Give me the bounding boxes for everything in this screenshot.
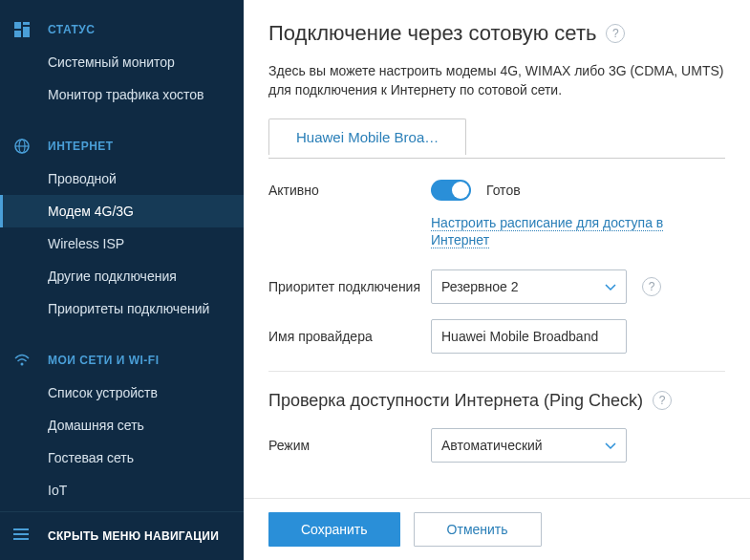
provider-label: Имя провайдера [268, 329, 431, 344]
sidebar-scroll: СТАТУС Системный монитор Монитор трафика… [0, 0, 244, 511]
sidebar-item-iot[interactable]: IoT [0, 474, 244, 506]
section-title: СТАТУС [48, 23, 95, 36]
help-icon[interactable]: ? [606, 24, 625, 43]
hide-nav-button[interactable]: СКРЫТЬ МЕНЮ НАВИГАЦИИ [0, 511, 244, 560]
sidebar-item-wireless-isp[interactable]: Wireless ISP [0, 227, 244, 260]
page-description: Здесь вы можете настроить модемы 4G, WIM… [268, 61, 725, 100]
sidebar-item-device-list[interactable]: Список устройств [0, 377, 244, 409]
sidebar-item-guest-network[interactable]: Гостевая сеть [0, 442, 244, 474]
svg-rect-0 [14, 22, 21, 29]
section-header-wifi: МОИ СЕТИ И WI-FI [0, 342, 244, 377]
section-title: ИНТЕРНЕТ [48, 140, 114, 153]
page-title-row: Подключение через сотовую сеть ? [268, 21, 725, 46]
sidebar-item-system-monitor[interactable]: Системный монитор [0, 46, 244, 78]
wifi-icon [13, 352, 31, 369]
mode-row: Режим Автоматический [268, 428, 725, 463]
provider-value: Huawei Mobile Broadband [441, 329, 598, 344]
mode-label: Режим [268, 438, 431, 453]
active-label: Активно [268, 183, 431, 198]
section-title: МОИ СЕТИ И WI-FI [48, 354, 160, 367]
sidebar: СТАТУС Системный монитор Монитор трафика… [0, 0, 244, 560]
svg-point-7 [21, 363, 24, 366]
help-icon[interactable]: ? [642, 277, 661, 296]
footer-buttons: Сохранить Отменить [244, 498, 750, 560]
help-icon[interactable]: ? [653, 391, 672, 410]
svg-rect-3 [14, 31, 21, 37]
menu-icon [13, 528, 31, 545]
save-button[interactable]: Сохранить [268, 512, 400, 547]
schedule-link-row: Настроить расписание для доступа в Интер… [268, 214, 725, 248]
svg-rect-2 [23, 27, 30, 37]
sidebar-item-modem-4g-3g[interactable]: Модем 4G/3G [0, 195, 244, 227]
priority-select[interactable]: Резервное 2 [431, 269, 627, 304]
page-title: Подключение через сотовую сеть [268, 21, 596, 46]
priority-label: Приоритет подключения [268, 279, 431, 294]
content-area: Подключение через сотовую сеть ? Здесь в… [244, 0, 750, 498]
priority-row: Приоритет подключения Резервное 2 ? [268, 269, 725, 304]
priority-value: Резервное 2 [441, 279, 518, 294]
cancel-button[interactable]: Отменить [414, 512, 542, 547]
sidebar-item-other-connections[interactable]: Другие подключения [0, 260, 244, 292]
active-toggle[interactable] [431, 180, 471, 201]
provider-row: Имя провайдера Huawei Mobile Broadband [268, 319, 725, 354]
ping-check-section: Проверка доступности Интернета (Ping Che… [268, 371, 725, 463]
chevron-down-icon [605, 438, 616, 453]
tabs: Huawei Mobile Broa… [268, 118, 725, 159]
ping-check-title: Проверка доступности Интернета (Ping Che… [268, 391, 643, 411]
globe-icon [13, 138, 31, 155]
active-row: Активно Готов [268, 180, 725, 201]
provider-input[interactable]: Huawei Mobile Broadband [431, 319, 627, 354]
sidebar-item-traffic-monitor[interactable]: Монитор трафика хостов [0, 78, 244, 111]
section-header-internet: ИНТЕРНЕТ [0, 128, 244, 162]
status-text: Готов [486, 183, 521, 198]
schedule-link[interactable]: Настроить расписание для доступа в Интер… [431, 215, 663, 248]
svg-rect-1 [23, 22, 30, 25]
dashboard-icon [13, 21, 31, 38]
hide-nav-label: СКРЫТЬ МЕНЮ НАВИГАЦИИ [48, 529, 219, 543]
mode-value: Автоматический [441, 438, 543, 453]
sidebar-item-connection-priorities[interactable]: Приоритеты подключений [0, 292, 244, 325]
section-header-status: СТАТУС [0, 11, 244, 46]
tab-modem[interactable]: Huawei Mobile Broa… [268, 118, 466, 155]
main-panel: Подключение через сотовую сеть ? Здесь в… [244, 0, 750, 560]
chevron-down-icon [605, 279, 616, 294]
sidebar-item-home-network[interactable]: Домашняя сеть [0, 409, 244, 442]
sidebar-item-wired[interactable]: Проводной [0, 162, 244, 195]
mode-select[interactable]: Автоматический [431, 428, 627, 463]
